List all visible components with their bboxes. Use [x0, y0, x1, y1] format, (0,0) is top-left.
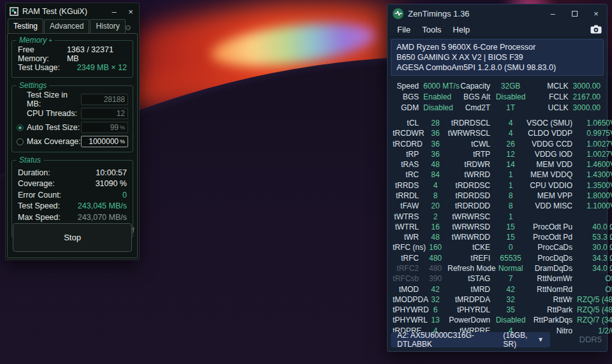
tab-history[interactable]: History: [90, 19, 125, 33]
timing-label: RttNomWr: [527, 273, 577, 284]
timing-label: tRFC (ns): [393, 242, 423, 252]
settings-value-input[interactable]: 1000000%: [81, 136, 128, 147]
tab-testing[interactable]: Testing: [8, 18, 43, 33]
timing-label: tRDRDDD: [448, 201, 495, 211]
settings-value-input[interactable]: 12: [81, 108, 128, 119]
timing-label: tWTRL: [393, 222, 423, 232]
timing-value: 84: [423, 170, 448, 180]
timing-label: tWRRD: [448, 170, 495, 180]
timing-value: 40.0 Ω: [577, 222, 612, 232]
settings-row: Max Coverage:1000000%: [17, 135, 128, 149]
timing-value: 1.3500V: [577, 180, 612, 191]
timing-label: tCL: [393, 118, 423, 128]
timing-label: tMRD: [448, 284, 495, 295]
timing-value: 42: [495, 284, 527, 295]
timing-value: Normal: [495, 263, 527, 273]
radio-selected-icon[interactable]: [17, 124, 24, 131]
status-row: Coverage:31090 %: [17, 178, 128, 190]
ramtest-tab-bar: TestingAdvancedHistory: [6, 20, 139, 33]
settings-group: Settings Test Size in MB:28188CPU Thread…: [11, 85, 133, 152]
timing-label: tRFCsb: [393, 273, 423, 284]
timing-value: 14: [495, 159, 527, 170]
ram-chip-icon: [10, 7, 18, 16]
timing-value: 1.0027V: [577, 149, 612, 159]
timing-value: Off: [577, 273, 612, 284]
memory-row-value: 1363 / 32371 MB: [67, 45, 127, 63]
timing-value: Off: [577, 284, 612, 295]
timing-value: 1: [495, 170, 527, 180]
zentimings-titlebar[interactable]: ZenTimings 1.36 – ×: [388, 4, 607, 22]
tab-advanced[interactable]: Advanced: [44, 19, 89, 33]
timing-label: ProcOdt Pd: [527, 232, 577, 242]
settings-row: Auto Test Size:99%: [17, 120, 128, 135]
ramtest-titlebar[interactable]: RAM Test (KGuiX) – ×: [6, 3, 139, 20]
timing-label: tRDWR: [448, 159, 495, 170]
timing-value: 2: [423, 212, 448, 222]
timing-label: VDDG IOD: [527, 149, 577, 159]
timing-value: 1: [495, 180, 527, 191]
timing-label: tRFC2: [393, 263, 423, 273]
settings-row-label: Test Size in MB:: [27, 91, 81, 108]
timing-label: MEM VDDQ: [527, 170, 577, 180]
timing-value: 4: [423, 180, 448, 191]
timing-value: RZQ/5 (48): [577, 295, 612, 305]
overview-value: 3000.00: [573, 81, 601, 92]
close-icon[interactable]: ×: [585, 5, 607, 22]
memory-group-title: Memory+: [17, 36, 55, 45]
minimize-icon[interactable]: –: [106, 4, 122, 19]
stop-button[interactable]: Stop: [13, 223, 132, 252]
radio-unselected-icon[interactable]: [17, 138, 24, 145]
menu-item-file[interactable]: File: [391, 23, 416, 36]
timing-label: tRDRDSD: [448, 191, 495, 201]
overview-value: Enabled: [423, 92, 448, 103]
timing-label: VSOC (SMU): [527, 118, 577, 128]
close-icon[interactable]: ×: [122, 4, 139, 19]
timing-label: tWR: [393, 232, 423, 242]
settings-row: CPU Threads:12: [17, 106, 128, 120]
settings-value-input[interactable]: 28188: [81, 94, 128, 105]
memory-row-value: 2349 MB × 12: [77, 63, 127, 72]
status-row-label: Duration:: [18, 168, 50, 177]
settings-row: Test Size in MB:28188: [17, 92, 128, 106]
timing-value: 160: [423, 242, 448, 252]
timing-label: tRDRDSC: [448, 180, 495, 191]
timing-label: RttParkDqs: [527, 315, 577, 325]
maximize-icon[interactable]: [564, 5, 585, 22]
timing-label: tRFC: [393, 253, 423, 263]
timing-label: tRC: [393, 170, 423, 180]
timing-label: tMRDPDA: [448, 295, 495, 305]
memory-group: Memory+ Free Memory:1363 / 32371 MBTest …: [11, 40, 133, 78]
status-row-label: Error Count:: [18, 191, 61, 200]
timing-value: 26: [495, 139, 527, 149]
menu-item-tools[interactable]: Tools: [416, 23, 447, 36]
menu-item-help[interactable]: Help: [447, 23, 476, 36]
timing-label: tPHYRDL: [448, 305, 495, 315]
dimm-select-dropdown[interactable]: A2: AX5U6000C316G-DTLABBK (16GB, SR) ▼: [391, 332, 550, 347]
ramtest-window: RAM Test (KGuiX) – × TestingAdvancedHist…: [5, 3, 140, 260]
status-row-value: 10:00:57: [96, 168, 127, 177]
overview-value: Disabled: [495, 92, 527, 103]
theme-toggle-sun-icon[interactable]: ☼: [124, 22, 133, 31]
settings-row-label: CPU Threads:: [27, 109, 81, 118]
overview-value: Disabled: [423, 103, 448, 113]
ddr-generation-label: DDR5: [579, 335, 602, 344]
status-row: Error Count:0: [17, 189, 128, 201]
timing-value: 8: [423, 191, 448, 201]
status-row-value: 243,070 MB/s: [78, 213, 127, 222]
system-info-line-2: B650 GAMING X AX V2 | BIOS F39: [397, 52, 598, 62]
minimize-icon[interactable]: –: [542, 5, 564, 22]
timing-value: 7: [495, 273, 527, 284]
timing-value: 1.8000V: [577, 191, 612, 201]
timing-value: 1.0650V: [577, 118, 612, 128]
timing-label: ProcDqDs: [527, 253, 577, 263]
settings-value-input[interactable]: 99%: [81, 122, 128, 133]
status-row: Max Speed:243,070 MB/s: [17, 212, 128, 223]
timing-label: [527, 212, 577, 222]
screenshot-camera-icon[interactable]: [590, 25, 602, 34]
timing-label: tFAW: [393, 201, 423, 211]
timing-value: 15: [495, 232, 527, 242]
status-group-title: Status: [17, 156, 43, 164]
timing-label: RttWr: [527, 295, 577, 305]
overview-label: Capacity: [448, 81, 495, 92]
timing-value: 34.0 Ω: [577, 263, 612, 273]
